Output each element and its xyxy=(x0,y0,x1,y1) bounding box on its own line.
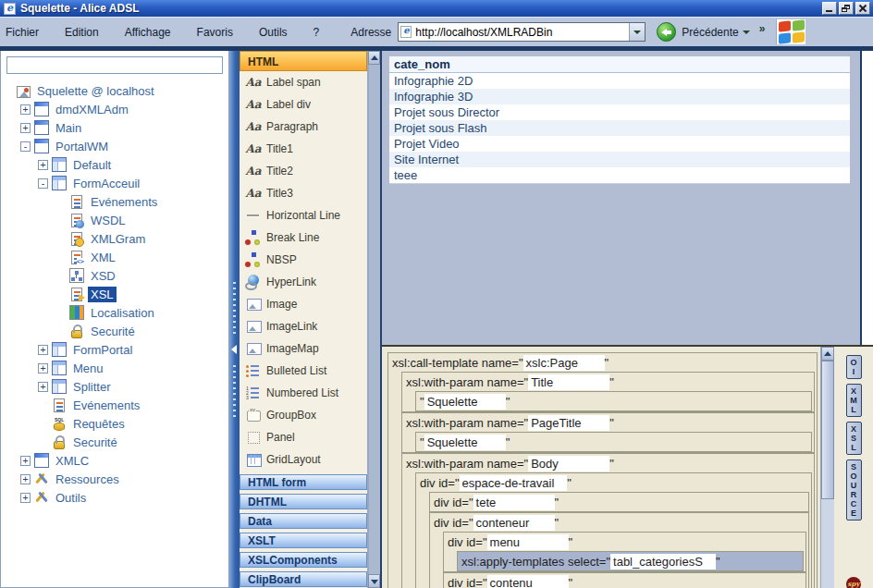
restore-button[interactable] xyxy=(839,2,854,15)
address-input[interactable]: http://localhost/XMLRADBin xyxy=(415,26,629,39)
toolbox-item-hyperlink[interactable]: HyperLink xyxy=(240,271,367,293)
editor-node-label[interactable]: xsl:with-param name="Title" xyxy=(402,373,814,391)
tree-item-ressources[interactable]: +Ressources xyxy=(1,470,228,488)
menu-favoris[interactable]: Favoris xyxy=(197,26,233,39)
toolbox-item-imagelink[interactable]: ImageLink xyxy=(240,315,367,337)
toolbox-item-image[interactable]: Image xyxy=(240,293,367,315)
toolbox-item-imagemap[interactable]: ImageMap xyxy=(240,337,367,360)
address-combobox[interactable]: http://localhost/XMLRADBin xyxy=(398,22,646,42)
scroll-up-button[interactable] xyxy=(821,347,834,361)
expand-icon[interactable]: + xyxy=(38,345,48,355)
grid-row-site-internet[interactable]: Site Internet xyxy=(389,152,850,167)
editor-node-label[interactable]: "Squelette" xyxy=(416,392,811,410)
expand-icon[interactable]: + xyxy=(20,493,31,503)
toolbox-category-dhtml[interactable]: DHTML xyxy=(240,494,367,509)
editor-node-label[interactable]: div id="espace-de-travail" xyxy=(416,473,811,492)
tree-item-dmdxmladm[interactable]: +dmdXMLAdm xyxy=(1,100,228,118)
editor-node-menu[interactable]: div id="menu"xsl:apply-templates select=… xyxy=(443,532,806,572)
grid-row-projet-sous-flash[interactable]: Projet sous Flash xyxy=(389,120,850,136)
back-dropdown-caret-icon[interactable] xyxy=(743,31,750,34)
toolbox-item-label-div[interactable]: AaLabel div xyxy=(240,93,367,116)
editor-value-input[interactable]: conteneur xyxy=(473,515,555,531)
menu-affichage[interactable]: Affichage xyxy=(125,26,171,39)
tree-item-portalwm[interactable]: -PortalWM xyxy=(1,137,228,155)
editor-value-input[interactable]: Squelette xyxy=(424,435,506,450)
tree-item-main[interactable]: +Main xyxy=(1,118,228,137)
toolbox-item-title1[interactable]: AaTitle1 xyxy=(240,138,367,160)
toolbox-category-data[interactable]: Data xyxy=(240,513,367,529)
toolbox-item-title3[interactable]: AaTitle3 xyxy=(240,182,367,204)
tree-item-splitter[interactable]: +Splitter xyxy=(1,377,228,396)
toolbox-category-html-form[interactable]: HTML form xyxy=(240,474,367,490)
collapse-icon[interactable]: - xyxy=(38,178,48,189)
side-button-xsl[interactable]: XSL xyxy=(846,422,862,455)
expand-icon[interactable]: + xyxy=(20,123,31,133)
editor-node-body[interactable]: xsl:with-param name="Body"div id="espace… xyxy=(401,453,815,588)
editor-node-squelette[interactable]: "Squelette" xyxy=(415,391,812,411)
side-button-xml[interactable]: XML xyxy=(846,384,862,417)
editor-node-tabl-categoriess[interactable]: xsl:apply-templates select="tabl_categor… xyxy=(457,551,804,571)
tree-item-xsl[interactable]: XSL xyxy=(1,285,228,303)
toolbox-item-break-line[interactable]: Break Line xyxy=(240,227,367,249)
editor-node-label[interactable]: xsl:call-template name="xslc:Page" xyxy=(388,353,817,372)
tree-item-formacceuil[interactable]: -FormAcceuil xyxy=(1,174,228,192)
toolbox-item-paragraph[interactable]: AaParagraph xyxy=(240,116,367,138)
editor-value-input[interactable]: xslc:Page xyxy=(523,355,605,371)
menu-[interactable]: ? xyxy=(314,26,320,39)
menu-fichier[interactable]: Fichier xyxy=(6,26,39,39)
back-button[interactable]: Précédente xyxy=(657,22,749,42)
address-dropdown-button[interactable] xyxy=(629,23,645,41)
collapse-icon[interactable]: - xyxy=(20,141,31,152)
scroll-up-button[interactable] xyxy=(368,51,380,65)
menu-edition[interactable]: Edition xyxy=(65,26,99,39)
expand-icon[interactable]: + xyxy=(38,382,48,392)
tree-item-xsd[interactable]: XSD xyxy=(1,266,228,285)
tree-item-xmlgram[interactable]: XMLGram xyxy=(1,229,228,248)
tree-item-securite[interactable]: Securité xyxy=(1,322,228,340)
tree-filter-input[interactable] xyxy=(6,56,223,74)
editor-value-input[interactable]: Body xyxy=(528,456,609,472)
toolbox-item-gridlayout[interactable]: GridLayout xyxy=(240,448,367,471)
side-button-source[interactable]: SOURCE xyxy=(846,459,862,521)
expand-icon[interactable]: + xyxy=(20,456,31,466)
grid-row-infographie-2d[interactable]: Infographie 2D xyxy=(389,73,850,89)
toolbox-item-panel[interactable]: Panel xyxy=(240,426,367,448)
toolbox-item-bulleted-list[interactable]: Bulleted List xyxy=(240,360,367,382)
minimize-button[interactable] xyxy=(822,2,837,15)
editor-node-squelette[interactable]: "Squelette" xyxy=(415,432,812,452)
expand-icon[interactable]: + xyxy=(38,160,48,170)
editor-node-title[interactable]: xsl:with-param name="Title""Squelette" xyxy=(401,372,815,412)
tree-item-wsdl[interactable]: WSDL xyxy=(1,211,228,229)
scrollbar-thumb[interactable] xyxy=(821,361,834,499)
tree-item-xmlc[interactable]: +XMLC xyxy=(1,451,228,470)
toolbox-category-clipboard[interactable]: ClipBoard xyxy=(240,571,367,587)
toolbox-item-title2[interactable]: AaTitle2 xyxy=(240,160,367,182)
editor-node-label[interactable]: xsl:with-param name="Body" xyxy=(402,454,814,472)
tree-item-reque-tes[interactable]: Requêtes xyxy=(1,414,228,433)
editor-node-tete[interactable]: div id="tete" xyxy=(429,492,809,512)
grid-column-header[interactable]: cate_nom xyxy=(389,56,850,73)
editor-node-label[interactable]: "Squelette" xyxy=(416,433,811,451)
scrollbar-track[interactable] xyxy=(821,499,834,588)
editor-scrollbar[interactable] xyxy=(820,347,834,588)
tree-item-default[interactable]: +Default xyxy=(1,155,228,174)
grid-row-projet-sous-director[interactable]: Projet sous Director xyxy=(389,104,850,120)
expand-icon[interactable]: + xyxy=(38,363,48,374)
tree-item-formportal[interactable]: +FormPortal xyxy=(1,340,228,359)
grid-row-teee[interactable]: teee xyxy=(389,167,850,183)
tree-item-eve-nements[interactable]: Evénements xyxy=(1,192,228,211)
collapse-arrow-icon[interactable] xyxy=(231,345,237,354)
editor-value-input[interactable]: tabl_categoriesS xyxy=(610,554,716,570)
toolbox-item-groupbox[interactable]: GroupBox xyxy=(240,404,367,426)
editor-node-label[interactable]: div id="contenu" xyxy=(444,573,805,588)
tree-item-securite[interactable]: Securité xyxy=(1,433,228,451)
editor-node-conteneur[interactable]: div id="conteneur"div id="menu"xsl:apply… xyxy=(429,512,809,588)
tree-item-squelette-localhost[interactable]: Squelette @ localhost xyxy=(1,81,228,100)
scroll-down-button[interactable] xyxy=(368,574,380,588)
editor-value-input[interactable]: menu xyxy=(487,534,569,550)
editor-node-label[interactable]: xsl:apply-templates select="tabl_categor… xyxy=(458,552,803,570)
grid-row-infographie-3d[interactable]: Infographie 3D xyxy=(389,89,850,104)
editor-node-label[interactable]: div id="menu" xyxy=(444,533,805,551)
editor-node-label[interactable]: xsl:with-param name="PageTitle" xyxy=(402,413,814,432)
editor-node-pagetitle[interactable]: xsl:with-param name="PageTitle""Squelett… xyxy=(401,412,815,453)
